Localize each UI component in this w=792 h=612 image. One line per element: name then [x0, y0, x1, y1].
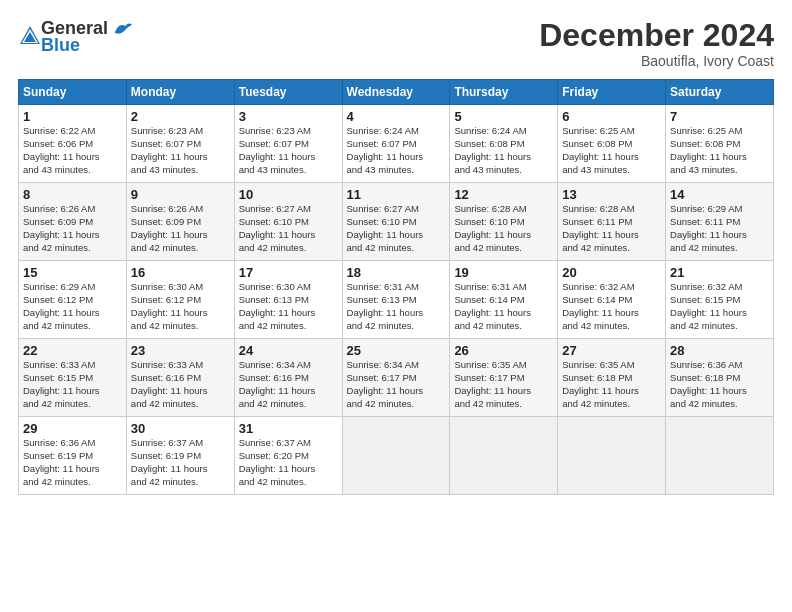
day-info: Sunrise: 6:31 AM Sunset: 6:14 PM Dayligh…	[454, 281, 553, 332]
day-number: 31	[239, 421, 338, 436]
calendar-cell: 11Sunrise: 6:27 AM Sunset: 6:10 PM Dayli…	[342, 183, 450, 261]
day-info: Sunrise: 6:35 AM Sunset: 6:17 PM Dayligh…	[454, 359, 553, 410]
calendar-cell: 6Sunrise: 6:25 AM Sunset: 6:08 PM Daylig…	[558, 105, 666, 183]
day-info: Sunrise: 6:36 AM Sunset: 6:18 PM Dayligh…	[670, 359, 769, 410]
day-number: 5	[454, 109, 553, 124]
calendar-cell: 4Sunrise: 6:24 AM Sunset: 6:07 PM Daylig…	[342, 105, 450, 183]
day-number: 21	[670, 265, 769, 280]
calendar-cell: 21Sunrise: 6:32 AM Sunset: 6:15 PM Dayli…	[666, 261, 774, 339]
calendar-cell: 23Sunrise: 6:33 AM Sunset: 6:16 PM Dayli…	[126, 339, 234, 417]
calendar-cell: 17Sunrise: 6:30 AM Sunset: 6:13 PM Dayli…	[234, 261, 342, 339]
day-info: Sunrise: 6:28 AM Sunset: 6:10 PM Dayligh…	[454, 203, 553, 254]
calendar-cell: 5Sunrise: 6:24 AM Sunset: 6:08 PM Daylig…	[450, 105, 558, 183]
day-info: Sunrise: 6:26 AM Sunset: 6:09 PM Dayligh…	[131, 203, 230, 254]
calendar-cell: 9Sunrise: 6:26 AM Sunset: 6:09 PM Daylig…	[126, 183, 234, 261]
week-row-1: 1Sunrise: 6:22 AM Sunset: 6:06 PM Daylig…	[19, 105, 774, 183]
day-number: 10	[239, 187, 338, 202]
col-wednesday: Wednesday	[342, 80, 450, 105]
calendar-cell: 16Sunrise: 6:30 AM Sunset: 6:12 PM Dayli…	[126, 261, 234, 339]
week-row-4: 22Sunrise: 6:33 AM Sunset: 6:15 PM Dayli…	[19, 339, 774, 417]
day-number: 2	[131, 109, 230, 124]
calendar-cell	[666, 417, 774, 495]
day-info: Sunrise: 6:29 AM Sunset: 6:12 PM Dayligh…	[23, 281, 122, 332]
day-number: 12	[454, 187, 553, 202]
col-sunday: Sunday	[19, 80, 127, 105]
calendar-cell	[558, 417, 666, 495]
calendar-cell: 31Sunrise: 6:37 AM Sunset: 6:20 PM Dayli…	[234, 417, 342, 495]
calendar-cell: 14Sunrise: 6:29 AM Sunset: 6:11 PM Dayli…	[666, 183, 774, 261]
calendar-cell: 7Sunrise: 6:25 AM Sunset: 6:08 PM Daylig…	[666, 105, 774, 183]
calendar-cell: 22Sunrise: 6:33 AM Sunset: 6:15 PM Dayli…	[19, 339, 127, 417]
day-number: 11	[347, 187, 446, 202]
day-info: Sunrise: 6:36 AM Sunset: 6:19 PM Dayligh…	[23, 437, 122, 488]
day-number: 17	[239, 265, 338, 280]
calendar-cell: 18Sunrise: 6:31 AM Sunset: 6:13 PM Dayli…	[342, 261, 450, 339]
calendar-cell: 8Sunrise: 6:26 AM Sunset: 6:09 PM Daylig…	[19, 183, 127, 261]
day-number: 26	[454, 343, 553, 358]
day-info: Sunrise: 6:30 AM Sunset: 6:13 PM Dayligh…	[239, 281, 338, 332]
day-number: 7	[670, 109, 769, 124]
day-info: Sunrise: 6:23 AM Sunset: 6:07 PM Dayligh…	[131, 125, 230, 176]
calendar-cell: 19Sunrise: 6:31 AM Sunset: 6:14 PM Dayli…	[450, 261, 558, 339]
calendar-cell: 29Sunrise: 6:36 AM Sunset: 6:19 PM Dayli…	[19, 417, 127, 495]
day-number: 30	[131, 421, 230, 436]
col-tuesday: Tuesday	[234, 80, 342, 105]
calendar-cell: 20Sunrise: 6:32 AM Sunset: 6:14 PM Dayli…	[558, 261, 666, 339]
day-info: Sunrise: 6:29 AM Sunset: 6:11 PM Dayligh…	[670, 203, 769, 254]
day-number: 15	[23, 265, 122, 280]
day-number: 25	[347, 343, 446, 358]
day-number: 3	[239, 109, 338, 124]
day-info: Sunrise: 6:35 AM Sunset: 6:18 PM Dayligh…	[562, 359, 661, 410]
calendar-cell: 27Sunrise: 6:35 AM Sunset: 6:18 PM Dayli…	[558, 339, 666, 417]
header-row: Sunday Monday Tuesday Wednesday Thursday…	[19, 80, 774, 105]
logo-bird-icon	[112, 19, 132, 37]
calendar-cell: 30Sunrise: 6:37 AM Sunset: 6:19 PM Dayli…	[126, 417, 234, 495]
logo: General Blue	[18, 18, 132, 56]
week-row-5: 29Sunrise: 6:36 AM Sunset: 6:19 PM Dayli…	[19, 417, 774, 495]
calendar-cell: 26Sunrise: 6:35 AM Sunset: 6:17 PM Dayli…	[450, 339, 558, 417]
day-number: 24	[239, 343, 338, 358]
calendar-cell: 15Sunrise: 6:29 AM Sunset: 6:12 PM Dayli…	[19, 261, 127, 339]
col-thursday: Thursday	[450, 80, 558, 105]
calendar-cell: 28Sunrise: 6:36 AM Sunset: 6:18 PM Dayli…	[666, 339, 774, 417]
day-info: Sunrise: 6:26 AM Sunset: 6:09 PM Dayligh…	[23, 203, 122, 254]
day-number: 27	[562, 343, 661, 358]
day-info: Sunrise: 6:33 AM Sunset: 6:15 PM Dayligh…	[23, 359, 122, 410]
day-info: Sunrise: 6:27 AM Sunset: 6:10 PM Dayligh…	[239, 203, 338, 254]
day-info: Sunrise: 6:30 AM Sunset: 6:12 PM Dayligh…	[131, 281, 230, 332]
day-number: 16	[131, 265, 230, 280]
day-number: 20	[562, 265, 661, 280]
day-number: 1	[23, 109, 122, 124]
calendar-cell: 2Sunrise: 6:23 AM Sunset: 6:07 PM Daylig…	[126, 105, 234, 183]
logo-icon	[19, 24, 41, 46]
subtitle: Baoutifla, Ivory Coast	[539, 53, 774, 69]
calendar-cell: 12Sunrise: 6:28 AM Sunset: 6:10 PM Dayli…	[450, 183, 558, 261]
col-saturday: Saturday	[666, 80, 774, 105]
title-block: December 2024 Baoutifla, Ivory Coast	[539, 18, 774, 69]
week-row-3: 15Sunrise: 6:29 AM Sunset: 6:12 PM Dayli…	[19, 261, 774, 339]
day-info: Sunrise: 6:25 AM Sunset: 6:08 PM Dayligh…	[670, 125, 769, 176]
day-number: 14	[670, 187, 769, 202]
calendar-cell: 10Sunrise: 6:27 AM Sunset: 6:10 PM Dayli…	[234, 183, 342, 261]
day-number: 8	[23, 187, 122, 202]
day-info: Sunrise: 6:24 AM Sunset: 6:07 PM Dayligh…	[347, 125, 446, 176]
calendar-cell	[450, 417, 558, 495]
calendar-cell: 3Sunrise: 6:23 AM Sunset: 6:07 PM Daylig…	[234, 105, 342, 183]
calendar-table: Sunday Monday Tuesday Wednesday Thursday…	[18, 79, 774, 495]
header: General Blue December 2024 Baoutifla, Iv…	[18, 18, 774, 69]
calendar-cell	[342, 417, 450, 495]
day-info: Sunrise: 6:23 AM Sunset: 6:07 PM Dayligh…	[239, 125, 338, 176]
col-friday: Friday	[558, 80, 666, 105]
calendar-cell: 1Sunrise: 6:22 AM Sunset: 6:06 PM Daylig…	[19, 105, 127, 183]
day-info: Sunrise: 6:31 AM Sunset: 6:13 PM Dayligh…	[347, 281, 446, 332]
week-row-2: 8Sunrise: 6:26 AM Sunset: 6:09 PM Daylig…	[19, 183, 774, 261]
day-number: 23	[131, 343, 230, 358]
calendar-cell: 13Sunrise: 6:28 AM Sunset: 6:11 PM Dayli…	[558, 183, 666, 261]
day-info: Sunrise: 6:24 AM Sunset: 6:08 PM Dayligh…	[454, 125, 553, 176]
col-monday: Monday	[126, 80, 234, 105]
calendar-cell: 25Sunrise: 6:34 AM Sunset: 6:17 PM Dayli…	[342, 339, 450, 417]
day-info: Sunrise: 6:28 AM Sunset: 6:11 PM Dayligh…	[562, 203, 661, 254]
day-number: 19	[454, 265, 553, 280]
day-info: Sunrise: 6:34 AM Sunset: 6:16 PM Dayligh…	[239, 359, 338, 410]
day-info: Sunrise: 6:27 AM Sunset: 6:10 PM Dayligh…	[347, 203, 446, 254]
